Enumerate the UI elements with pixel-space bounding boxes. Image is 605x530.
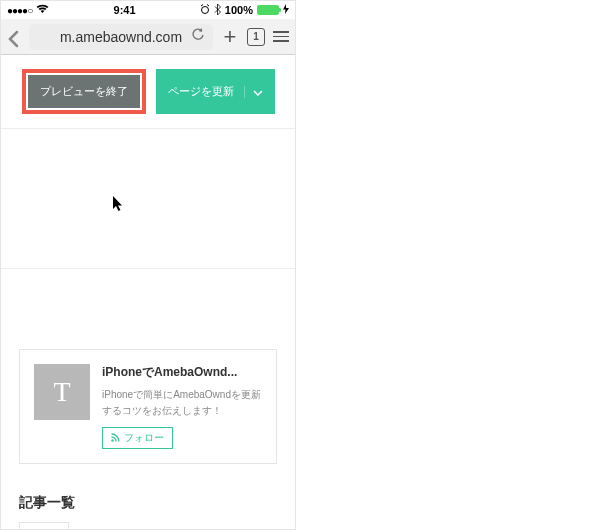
bluetooth-icon — [214, 4, 221, 17]
menu-button[interactable] — [273, 31, 289, 42]
highlight-annotation: プレビューを終了 — [22, 69, 146, 114]
battery-icon — [257, 5, 279, 15]
status-time: 9:41 — [114, 4, 136, 16]
update-page-button[interactable]: ページを更新 — [156, 69, 275, 114]
back-button[interactable] — [7, 30, 21, 44]
url-field[interactable]: m.amebaownd.com — [29, 24, 213, 50]
phone-frame: ●●●●○ 9:41 100% m.amebaownd.com — [0, 0, 296, 530]
profile-card: T iPhoneでAmebaOwnd... iPhoneで簡単にAmebaOwn… — [19, 349, 277, 464]
charging-icon — [283, 4, 289, 16]
signal-dots: ●●●●○ — [7, 5, 32, 16]
articles-heading: 記事一覧 — [19, 494, 277, 512]
follow-label: フォロー — [124, 431, 164, 445]
browser-toolbar: m.amebaownd.com + 1 — [1, 19, 295, 55]
alarm-icon — [200, 4, 210, 16]
svg-point-3 — [111, 439, 113, 441]
end-preview-button[interactable]: プレビューを終了 — [28, 75, 140, 108]
url-text: m.amebaownd.com — [60, 29, 182, 45]
reload-icon[interactable] — [191, 28, 205, 45]
cursor-icon — [113, 196, 125, 215]
card-description: iPhoneで簡単にAmebaOwndを更新するコツをお伝えします！ — [102, 387, 262, 419]
svg-line-1 — [201, 5, 203, 7]
new-tab-button[interactable]: + — [221, 24, 239, 50]
svg-line-2 — [207, 5, 209, 7]
chevron-down-icon[interactable] — [244, 86, 263, 98]
list-item — [19, 522, 69, 530]
update-page-label: ページを更新 — [168, 84, 244, 99]
wifi-icon — [36, 4, 49, 16]
card-thumbnail: T — [34, 364, 90, 420]
svg-point-0 — [201, 7, 208, 14]
empty-canvas-area — [1, 129, 295, 269]
card-title: iPhoneでAmebaOwnd... — [102, 364, 262, 381]
rss-icon — [111, 433, 120, 444]
follow-button[interactable]: フォロー — [102, 427, 173, 449]
battery-percent: 100% — [225, 4, 253, 16]
action-bar: プレビューを終了 ページを更新 — [1, 55, 295, 129]
status-bar: ●●●●○ 9:41 100% — [1, 1, 295, 19]
tabs-button[interactable]: 1 — [247, 28, 265, 46]
